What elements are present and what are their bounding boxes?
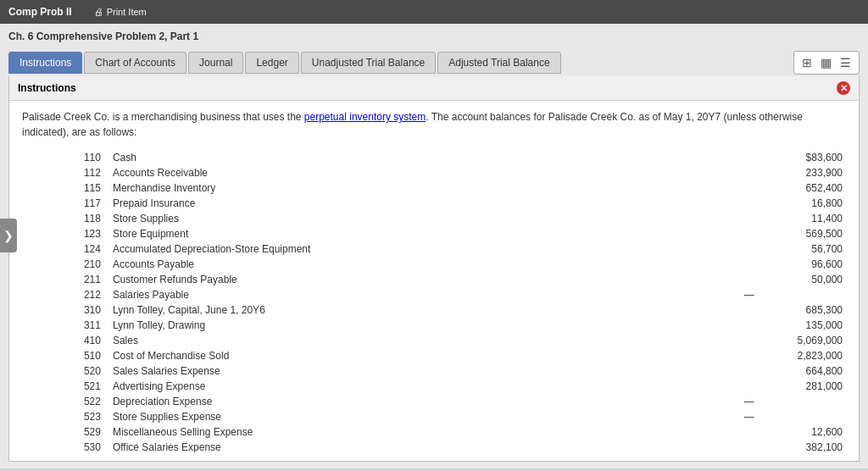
account-name: Cost of Merchandise Sold	[109, 348, 652, 363]
app-title: Comp Prob II	[8, 6, 72, 18]
table-row: 210Accounts Payable96,600	[22, 257, 846, 272]
account-number: 522	[22, 394, 109, 409]
tab-adjusted-trial-balance[interactable]: Adjusted Trial Balance	[437, 52, 560, 74]
account-balance: 569,500	[652, 226, 846, 241]
table-row: 118Store Supplies11,400	[22, 211, 846, 226]
toolbar-icon-list[interactable]: ☰	[837, 54, 854, 71]
table-row: 522Depreciation Expense—	[22, 394, 846, 409]
account-balance: 281,000	[652, 379, 846, 394]
account-name: Depreciation Expense	[109, 394, 652, 409]
table-row: 530Office Salaries Expense382,100	[22, 440, 846, 452]
account-table: 110Cash$83,600112Accounts Receivable233,…	[22, 150, 846, 452]
account-number: 118	[22, 211, 109, 226]
intro-text-1: Palisade Creek Co. is a merchandising bu…	[22, 111, 304, 123]
account-number: 123	[22, 226, 109, 241]
account-number: 211	[22, 272, 109, 287]
table-row: 521Advertising Expense281,000	[22, 379, 846, 394]
table-row: 311Lynn Tolley, Drawing135,000	[22, 318, 846, 333]
perpetual-inventory-link[interactable]: perpetual inventory system	[304, 111, 426, 123]
print-label: Print Item	[107, 7, 147, 17]
account-name: Prepaid Insurance	[109, 196, 652, 211]
account-name: Merchandise Inventory	[109, 180, 652, 196]
account-name: Accumulated Depreciation-Store Equipment	[109, 241, 652, 257]
panel-body: Palisade Creek Co. is a merchandising bu…	[9, 101, 859, 452]
account-number: 310	[22, 302, 109, 318]
tab-chart-of-accounts[interactable]: Chart of Accounts	[84, 52, 186, 74]
account-balance: 12,600	[652, 424, 846, 440]
tab-instructions[interactable]: Instructions	[8, 52, 82, 74]
table-row: 211Customer Refunds Payable50,000	[22, 272, 846, 287]
toolbar-icon-window[interactable]: ⊞	[798, 54, 815, 71]
print-icon: 🖨	[94, 7, 103, 17]
main-area: Ch. 6 Comprehensive Problem 2, Part 1 In…	[0, 24, 868, 468]
intro-paragraph: Palisade Creek Co. is a merchandising bu…	[22, 109, 846, 140]
account-number: 115	[22, 180, 109, 196]
tab-journal[interactable]: Journal	[188, 52, 243, 74]
side-navigation-arrow[interactable]: ❯	[0, 219, 17, 252]
account-balance: 233,900	[652, 165, 846, 180]
table-row: 117Prepaid Insurance16,800	[22, 196, 846, 211]
table-row: 520Sales Salaries Expense664,800	[22, 363, 846, 379]
tab-ledger[interactable]: Ledger	[245, 52, 298, 74]
table-row: 123Store Equipment569,500	[22, 226, 846, 241]
account-name: Lynn Tolley, Drawing	[109, 318, 652, 333]
close-button[interactable]: ✕	[837, 81, 850, 95]
table-row: 212Salaries Payable—	[22, 287, 846, 302]
account-balance: 11,400	[652, 211, 846, 226]
print-button[interactable]: 🖨 Print Item	[89, 5, 152, 19]
account-name: Accounts Receivable	[109, 165, 652, 180]
account-balance: 96,600	[652, 257, 846, 272]
account-number: 212	[22, 287, 109, 302]
account-balance: 56,700	[652, 241, 846, 257]
tab-bar: Instructions Chart of Accounts Journal L…	[8, 49, 860, 76]
table-row: 110Cash$83,600	[22, 150, 846, 165]
account-name: Advertising Expense	[109, 379, 652, 394]
account-name: Store Supplies Expense	[109, 409, 652, 424]
account-name: Lynn Tolley, Capital, June 1, 20Y6	[109, 302, 652, 318]
table-row: 310Lynn Tolley, Capital, June 1, 20Y6685…	[22, 302, 846, 318]
account-name: Cash	[109, 150, 652, 165]
panel-title: Instructions	[18, 82, 76, 94]
tab-unadjusted-trial-balance[interactable]: Unadjusted Trial Balance	[301, 52, 436, 74]
table-row: 529Miscellaneous Selling Expense12,600	[22, 424, 846, 440]
table-row: 112Accounts Receivable233,900	[22, 165, 846, 180]
toolbar-icon-grid[interactable]: ▦	[817, 54, 835, 71]
account-number: 529	[22, 424, 109, 440]
table-row: 523Store Supplies Expense—	[22, 409, 846, 424]
account-balance: 50,000	[652, 272, 846, 287]
toolbar-icons: ⊞ ▦ ☰	[793, 51, 860, 75]
title-bar: Comp Prob II 🖨 Print Item	[0, 0, 868, 24]
account-number: 124	[22, 241, 109, 257]
account-balance: 652,400	[652, 180, 846, 196]
account-name: Office Salaries Expense	[109, 440, 652, 452]
arrow-icon: ❯	[3, 229, 14, 242]
account-name: Accounts Payable	[109, 257, 652, 272]
account-number: 410	[22, 333, 109, 348]
account-name: Store Supplies	[109, 211, 652, 226]
account-number: 112	[22, 165, 109, 180]
panel-header: Instructions ✕	[9, 76, 859, 101]
account-number: 117	[22, 196, 109, 211]
account-name: Sales	[109, 333, 652, 348]
account-number: 510	[22, 348, 109, 363]
account-balance: —	[652, 287, 846, 302]
account-balance: —	[652, 409, 846, 424]
account-balance: 2,823,000	[652, 348, 846, 363]
account-balance: 664,800	[652, 363, 846, 379]
account-number: 520	[22, 363, 109, 379]
content-panel: Instructions ✕ Palisade Creek Co. is a m…	[8, 76, 860, 462]
account-balance: 135,000	[652, 318, 846, 333]
account-number: 110	[22, 150, 109, 165]
table-row: 115Merchandise Inventory652,400	[22, 180, 846, 196]
account-name: Store Equipment	[109, 226, 652, 241]
account-balance: 5,069,000	[652, 333, 846, 348]
account-balance: —	[652, 394, 846, 409]
account-balance: 685,300	[652, 302, 846, 318]
account-number: 521	[22, 379, 109, 394]
table-row: 124Accumulated Depreciation-Store Equipm…	[22, 241, 846, 257]
account-name: Customer Refunds Payable	[109, 272, 652, 287]
breadcrumb: Ch. 6 Comprehensive Problem 2, Part 1	[8, 30, 860, 42]
account-number: 311	[22, 318, 109, 333]
table-row: 410Sales5,069,000	[22, 333, 846, 348]
account-name: Miscellaneous Selling Expense	[109, 424, 652, 440]
